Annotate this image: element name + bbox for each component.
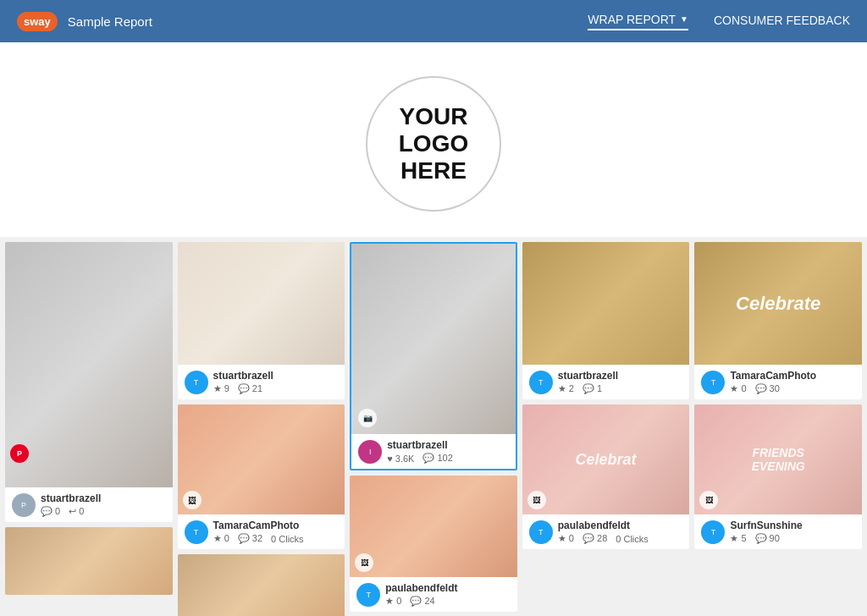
card-stuartbrazell-twitter-2[interactable]: T stuartbrazell ★ 2 💬 1: [522, 242, 690, 399]
card-footer: I stuartbrazell ♥ 3.6K 💬 102: [351, 434, 516, 469]
logo-placeholder-text: YOURLOGOHERE: [399, 103, 468, 185]
like-stat: ★ 9: [213, 383, 229, 394]
comment-stat: 💬 28: [583, 533, 607, 544]
card-footer: T paulabendfeldt ★ 0 💬 24: [350, 577, 517, 612]
card-partial-bottom-1[interactable]: [178, 554, 345, 616]
card-paulabendfeldt-twitter[interactable]: 🖼 T paulabendfeldt ★ 0 💬 24: [350, 476, 517, 612]
clicks-stat: 0 Clicks: [271, 534, 304, 544]
comment-stat: 💬 1: [583, 383, 602, 394]
card-username: paulabendfeldt: [558, 520, 649, 531]
logo-circle: YOURLOGOHERE: [366, 76, 501, 212]
card-username: TamaraCamPhoto: [213, 520, 304, 531]
wrap-report-label: WRAP REPORT: [588, 13, 676, 26]
gallery-col-1: T stuartbrazell ★ 9 💬 21 🖼: [178, 242, 345, 616]
card-username: SurfnSunshine: [730, 520, 802, 531]
clicks-stat: 0 Clicks: [616, 534, 649, 544]
comment-stat: 💬 21: [238, 383, 262, 394]
consumer-feedback-label: CONSUMER FEEDBACK: [714, 14, 850, 27]
comment-stat: 💬 24: [410, 596, 434, 607]
gallery-col-0: P P stuartbrazell 💬 0 ↩ 0: [5, 242, 173, 616]
card-stats: ★ 9 💬 21: [213, 383, 273, 394]
main-nav: WRAP REPORT ▼ CONSUMER FEEDBACK: [588, 13, 850, 30]
card-partial-bottom-0[interactable]: [5, 527, 173, 595]
card-tamaracamphoto-twitter-2[interactable]: Celebrate T TamaraCamPhoto ★ 0 💬 30: [694, 242, 862, 399]
card-stuartbrazell-pinterest[interactable]: P P stuartbrazell 💬 0 ↩ 0: [5, 242, 173, 522]
card-stuartbrazell-twitter-1[interactable]: T stuartbrazell ★ 9 💬 21: [178, 242, 345, 399]
card-stuartbrazell-instagram[interactable]: 📷 I stuartbrazell ♥ 3.6K 💬 102: [350, 242, 517, 470]
card-stats: ★ 0 💬 24: [385, 596, 457, 607]
card-tamaracamphoto-twitter[interactable]: 🖼 T TamaraCamPhoto ★ 0 💬 32 0 Clicks: [178, 404, 345, 549]
like-stat: ★ 0: [558, 533, 574, 544]
nav-consumer-feedback[interactable]: CONSUMER FEEDBACK: [714, 14, 850, 30]
card-stats: 💬 0 ↩ 0: [41, 506, 101, 517]
card-stats: ★ 0 💬 32 0 Clicks: [213, 533, 304, 544]
card-username: paulabendfeldt: [385, 582, 457, 594]
app-header: sway Sample Report WRAP REPORT ▼ CONSUME…: [0, 0, 867, 42]
like-stat: ★ 0: [730, 383, 746, 394]
card-surfnsunshine-twitter[interactable]: FRIENDSEVENING 🖼 T SurfnSunshine ★ 5 💬 9…: [694, 404, 862, 549]
card-paulabendfeldt-twitter-2[interactable]: Celebrat 🖼 T paulabendfeldt ★ 0 💬 28 0 C…: [522, 404, 690, 549]
sway-logo: sway: [17, 12, 58, 31]
card-stats: ★ 0 💬 30: [730, 383, 816, 394]
comment-stat: 💬 90: [755, 533, 780, 544]
card-footer: P stuartbrazell 💬 0 ↩ 0: [5, 487, 173, 522]
card-stats: ★ 2 💬 1: [558, 383, 618, 394]
card-username: stuartbrazell: [558, 370, 618, 382]
like-stat: ★ 2: [558, 383, 574, 394]
card-footer: T stuartbrazell ★ 9 💬 21: [178, 365, 345, 399]
card-username: stuartbrazell: [387, 439, 453, 451]
card-footer: T SurfnSunshine ★ 5 💬 90: [694, 514, 862, 549]
gallery-col-3: T stuartbrazell ★ 2 💬 1 Celebrat 🖼: [522, 242, 690, 616]
like-stat: ★ 0: [213, 533, 229, 544]
comment-stat: 💬 102: [422, 453, 452, 464]
report-title: Sample Report: [68, 14, 152, 29]
card-username: TamaraCamPhoto: [730, 370, 816, 382]
card-footer: T stuartbrazell ★ 2 💬 1: [522, 365, 690, 399]
nav-wrap-report[interactable]: WRAP REPORT ▼: [588, 13, 688, 30]
like-stat: ★ 5: [730, 533, 746, 544]
card-footer: T TamaraCamPhoto ★ 0 💬 32 0 Clicks: [178, 514, 345, 549]
comment-stat: 💬 30: [755, 383, 780, 394]
gallery-col-2: 📷 I stuartbrazell ♥ 3.6K 💬 102: [350, 242, 517, 616]
card-username: stuartbrazell: [41, 492, 101, 504]
like-stat: ♥ 3.6K: [387, 454, 414, 464]
gallery-section: P P stuartbrazell 💬 0 ↩ 0: [0, 237, 867, 616]
gallery-col-4: Celebrate T TamaraCamPhoto ★ 0 💬 30: [694, 242, 862, 616]
chevron-down-icon: ▼: [680, 14, 688, 24]
card-stats: ★ 0 💬 28 0 Clicks: [558, 533, 649, 544]
card-username: stuartbrazell: [213, 370, 273, 382]
hero-section: YOURLOGOHERE: [0, 42, 867, 237]
card-footer: T TamaraCamPhoto ★ 0 💬 30: [694, 365, 862, 399]
card-stats: ♥ 3.6K 💬 102: [387, 453, 453, 464]
like-stat: ★ 0: [385, 596, 401, 607]
comment-stat: 💬 32: [238, 533, 262, 544]
share-stat: ↩ 0: [69, 506, 84, 517]
card-footer: T paulabendfeldt ★ 0 💬 28 0 Clicks: [522, 514, 690, 549]
card-stats: ★ 5 💬 90: [730, 533, 802, 544]
comment-stat: 💬 0: [41, 506, 60, 517]
